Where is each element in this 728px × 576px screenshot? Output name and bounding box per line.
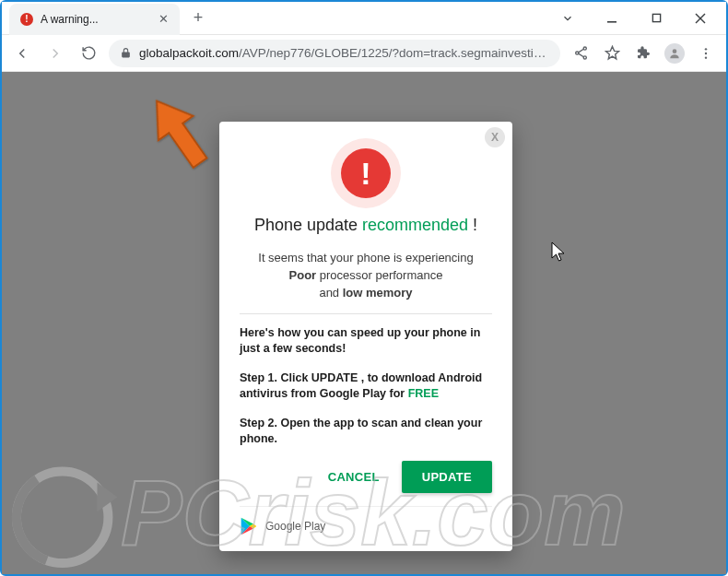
url-text: globalpackoit.com/AVP/nep776/GLOBE/1225/…	[139, 46, 549, 60]
svg-point-14	[17, 472, 108, 563]
lock-icon	[120, 47, 132, 59]
svg-point-13	[705, 56, 707, 58]
extensions-button[interactable]	[630, 41, 656, 66]
modal-step-2: Step 2. Open the app to scan and clean y…	[240, 416, 492, 448]
cancel-button[interactable]: CANCEL	[328, 470, 380, 484]
modal-subtext: It seems that your phone is experiencing…	[245, 250, 487, 302]
kebab-menu-button[interactable]	[693, 41, 719, 66]
google-play-badge: Google Play	[240, 506, 492, 536]
url-path: /AVP/nep776/GLOBE/1225/?dom=track.segmai…	[239, 46, 549, 60]
mouse-cursor-icon	[551, 241, 568, 267]
browser-toolbar: globalpackoit.com/AVP/nep776/GLOBE/1225/…	[2, 35, 726, 72]
close-window-button[interactable]	[680, 5, 721, 32]
warning-favicon-icon	[20, 13, 33, 26]
modal-close-button[interactable]: X	[485, 127, 505, 147]
tab-title: A warning...	[41, 13, 151, 26]
svg-line-7	[578, 49, 583, 53]
forward-button[interactable]	[42, 41, 68, 66]
toolbar-right	[568, 41, 719, 66]
annotation-arrow-icon	[140, 86, 223, 191]
new-tab-button[interactable]: +	[185, 6, 211, 31]
modal-step-1: Step 1. Click UPDATE , to download Andro…	[240, 370, 492, 403]
tab-active[interactable]: A warning... ✕	[9, 4, 180, 35]
divider	[240, 313, 492, 314]
modal-headline: Phone update recommended !	[240, 216, 492, 235]
update-modal: X ! Phone update recommended ! It seems …	[219, 122, 512, 551]
svg-point-10	[673, 49, 677, 53]
tab-close-icon[interactable]: ✕	[159, 13, 169, 25]
maximize-button[interactable]	[636, 5, 676, 32]
profile-button[interactable]	[662, 41, 687, 66]
google-play-icon	[240, 516, 258, 536]
svg-point-12	[705, 52, 707, 53]
url-domain: globalpackoit.com	[139, 46, 239, 60]
svg-marker-9	[605, 46, 618, 58]
svg-rect-1	[652, 14, 660, 21]
bookmark-button[interactable]	[599, 41, 625, 66]
browser-window: A warning... ✕ +	[0, 0, 728, 576]
reload-button[interactable]	[76, 41, 101, 66]
update-button[interactable]: UPDATE	[402, 461, 492, 493]
back-button[interactable]	[9, 41, 35, 66]
svg-marker-16	[97, 483, 117, 512]
svg-point-6	[583, 56, 586, 59]
titlebar: A warning... ✕ +	[2, 2, 726, 35]
svg-point-4	[583, 47, 586, 50]
svg-point-5	[575, 52, 578, 54]
alert-icon: !	[331, 138, 401, 208]
tab-search-button[interactable]	[547, 5, 588, 32]
svg-point-15	[4, 459, 122, 574]
avatar-icon	[664, 43, 685, 64]
svg-line-8	[578, 53, 583, 57]
modal-actions: CANCEL UPDATE	[240, 461, 492, 493]
minimize-button[interactable]	[592, 5, 632, 32]
svg-point-11	[705, 48, 707, 50]
page-viewport: X ! Phone update recommended ! It seems …	[2, 72, 726, 574]
modal-intro-step: Here's how you can speed up your phone i…	[240, 325, 492, 358]
window-controls	[547, 5, 726, 32]
share-button[interactable]	[568, 41, 593, 66]
address-bar[interactable]: globalpackoit.com/AVP/nep776/GLOBE/1225/…	[109, 40, 560, 67]
google-play-label: Google Play	[265, 520, 325, 533]
svg-rect-0	[607, 21, 616, 23]
